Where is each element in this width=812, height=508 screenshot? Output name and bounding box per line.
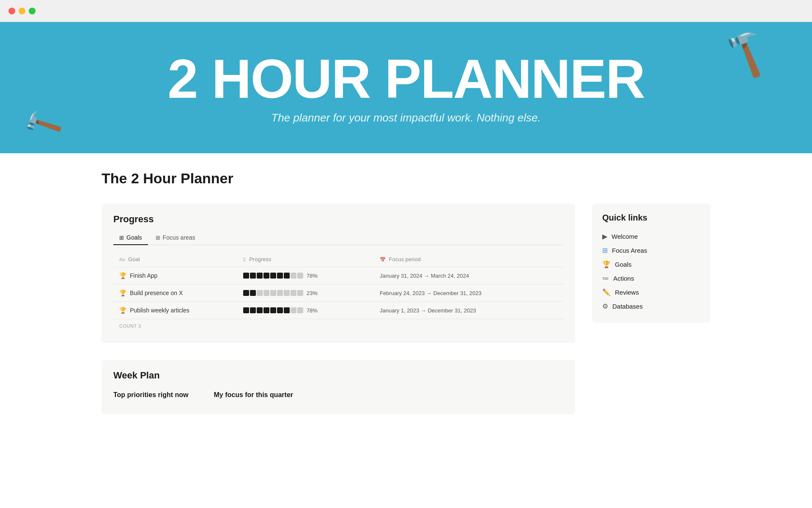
tab-focus-areas-label: Focus areas xyxy=(163,234,195,241)
progress-title: Progress xyxy=(113,214,563,225)
goal-name: Finish App xyxy=(130,272,157,279)
tab-goals[interactable]: ⊞ Goals xyxy=(113,232,148,245)
trophy-icon: 🏆 xyxy=(119,307,126,314)
quick-link-label: Reviews xyxy=(615,289,639,296)
date-range-cell: February 24, 2023 → December 31, 2023 xyxy=(374,284,546,302)
goals-table: Aa Goal Σ Progress 📅 Focus period xyxy=(113,252,563,319)
trophy-icon: 🏆 xyxy=(119,290,126,296)
hammer-left-icon: 🔨 xyxy=(20,102,65,147)
quick-link-icon: ⊞ xyxy=(602,246,608,254)
progress-block xyxy=(257,307,263,313)
week-col2-title: My focus for this quarter xyxy=(214,391,293,399)
hero-banner: 🔨 2 HOUR PLANNER The planner for your mo… xyxy=(0,22,812,153)
progress-block xyxy=(257,273,263,279)
hammer-right-icon: 🔨 xyxy=(716,24,776,82)
table-row[interactable]: 🏆Build presence on X23%February 24, 2023… xyxy=(113,284,563,302)
date-range-cell: January 1, 2023 → December 31, 2023 xyxy=(374,302,546,319)
trophy-icon: 🏆 xyxy=(119,272,126,279)
empty-cell xyxy=(546,267,563,284)
progress-block xyxy=(263,307,269,313)
progress-block xyxy=(284,307,290,313)
progress-percent: 78% xyxy=(307,273,322,279)
progress-block xyxy=(284,290,290,296)
progress-block xyxy=(263,273,269,279)
progress-block xyxy=(277,290,283,296)
col-header-extra xyxy=(546,252,563,267)
progress-block xyxy=(270,307,276,313)
progress-block xyxy=(243,290,249,296)
progress-block xyxy=(250,307,256,313)
tab-goals-icon: ⊞ xyxy=(119,235,124,241)
date-range: January 31, 2024 → March 24, 2024 xyxy=(380,273,469,279)
tab-focus-areas[interactable]: ⊞ Focus areas xyxy=(150,232,201,245)
progress-percent: 78% xyxy=(307,307,322,314)
progress-block xyxy=(250,273,256,279)
progress-block xyxy=(243,273,249,279)
progress-block xyxy=(270,290,276,296)
goal-name: Publish weekly articles xyxy=(130,307,189,314)
minimize-button[interactable] xyxy=(19,8,25,14)
empty-cell xyxy=(546,284,563,302)
quick-links-title: Quick links xyxy=(602,213,700,223)
quick-link-icon: 🏆 xyxy=(602,260,611,268)
date-range-cell: January 31, 2024 → March 24, 2024 xyxy=(374,267,546,284)
week-plan-columns: Top priorities right now My focus for th… xyxy=(113,391,563,404)
tab-focus-areas-icon: ⊞ xyxy=(156,235,160,241)
progress-block xyxy=(284,273,290,279)
quick-link-item[interactable]: 🏆Goals xyxy=(602,257,700,271)
progress-block xyxy=(291,307,296,313)
quick-link-item[interactable]: ✏️Reviews xyxy=(602,285,700,299)
goal-cell: 🏆Finish App xyxy=(113,267,237,284)
quick-link-label: Focus Areas xyxy=(612,247,647,254)
quick-links-sidebar: Quick links ▶Welcome⊞Focus Areas🏆Goals≔A… xyxy=(592,204,710,323)
progress-block xyxy=(297,307,303,313)
progress-block xyxy=(291,273,296,279)
traffic-lights xyxy=(8,8,36,14)
week-plan-col1: Top priorities right now xyxy=(113,391,188,404)
progress-block xyxy=(277,307,283,313)
quick-link-icon: ✏️ xyxy=(602,288,611,296)
quick-link-label: Welcome xyxy=(612,233,638,240)
quick-link-item[interactable]: ▶Welcome xyxy=(602,229,700,243)
quick-link-icon: ≔ xyxy=(602,274,609,282)
page-content: The 2 Hour Planner Progress ⊞ Goals ⊞ Fo… xyxy=(68,153,744,431)
week-plan-section: Week Plan Top priorities right now My fo… xyxy=(102,360,575,414)
maximize-button[interactable] xyxy=(29,8,36,14)
quick-link-item[interactable]: ⚙Databases xyxy=(602,299,700,313)
progress-cell: 78% xyxy=(237,302,374,319)
quick-link-item[interactable]: ⊞Focus Areas xyxy=(602,243,700,257)
progress-block xyxy=(297,273,303,279)
table-row[interactable]: 🏆Finish App78%January 31, 2024 → March 2… xyxy=(113,267,563,284)
goal-name: Build presence on X xyxy=(130,290,183,296)
quick-link-item[interactable]: ≔Actions xyxy=(602,271,700,285)
main-layout: Progress ⊞ Goals ⊞ Focus areas xyxy=(102,204,710,414)
progress-percent: 23% xyxy=(307,290,322,296)
progress-cell: 78% xyxy=(237,267,374,284)
tab-goals-label: Goals xyxy=(126,234,142,241)
progress-block xyxy=(297,290,303,296)
goal-cell: 🏆Publish weekly articles xyxy=(113,302,237,319)
window-chrome xyxy=(0,0,812,22)
week-col1-title: Top priorities right now xyxy=(113,391,188,399)
progress-bar xyxy=(243,290,303,296)
date-range: February 24, 2023 → December 31, 2023 xyxy=(380,290,482,296)
hero-subtitle: The planner for your most impactful work… xyxy=(271,111,540,124)
quick-links-list: ▶Welcome⊞Focus Areas🏆Goals≔Actions✏️Revi… xyxy=(602,229,700,313)
progress-block xyxy=(291,290,296,296)
table-row[interactable]: 🏆Publish weekly articles78%January 1, 20… xyxy=(113,302,563,319)
quick-link-label: Databases xyxy=(612,303,643,310)
progress-block xyxy=(277,273,283,279)
hero-title: 2 HOUR PLANNER xyxy=(167,51,645,106)
col-header-progress: Σ Progress xyxy=(237,252,374,267)
quick-links-box: Quick links ▶Welcome⊞Focus Areas🏆Goals≔A… xyxy=(592,204,710,323)
close-button[interactable] xyxy=(8,8,15,14)
week-plan-title: Week Plan xyxy=(113,370,563,381)
progress-block xyxy=(243,307,249,313)
quick-link-icon: ⚙ xyxy=(602,302,608,310)
empty-cell xyxy=(546,302,563,319)
date-range: January 1, 2023 → December 31, 2023 xyxy=(380,307,476,314)
table-count: COUNT 3 xyxy=(113,319,563,333)
goal-cell: 🏆Build presence on X xyxy=(113,284,237,302)
progress-section: Progress ⊞ Goals ⊞ Focus areas xyxy=(102,204,575,343)
progress-block xyxy=(257,290,263,296)
